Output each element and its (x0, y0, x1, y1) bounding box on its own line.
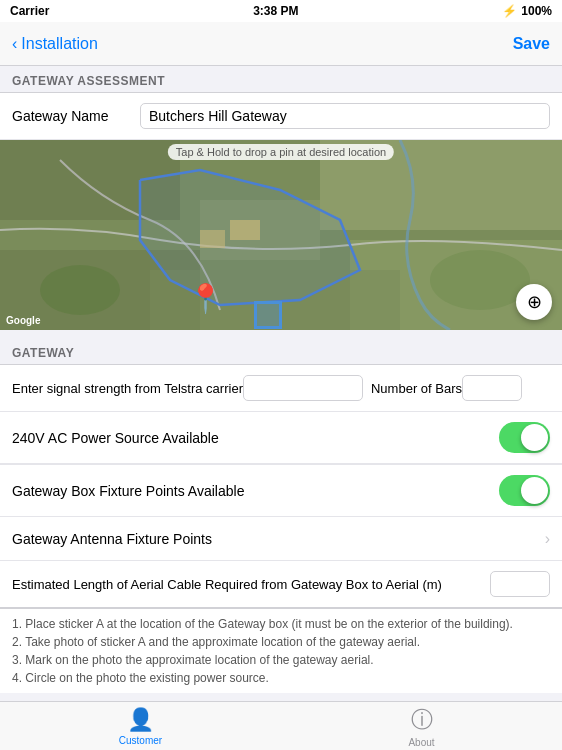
svg-point-10 (430, 250, 530, 310)
gateway-card: Enter signal strength from Telstra carri… (0, 364, 562, 608)
num-bars-label: Number of Bars (371, 381, 462, 396)
battery-icon: ⚡ (502, 4, 517, 18)
cable-length-label: Estimated Length of Aerial Cable Require… (12, 577, 490, 592)
signal-strength-label: Enter signal strength from Telstra carri… (12, 381, 243, 396)
cable-length-input[interactable] (490, 571, 550, 597)
instruction-3: 3. Mark on the photo the approximate loc… (12, 651, 550, 669)
nav-bar: ‹ Installation Save (0, 22, 562, 66)
map-google-logo: Google (6, 315, 40, 326)
status-right: ⚡ 100% (502, 4, 552, 18)
gateway-section-header: GATEWAY (0, 338, 562, 364)
cable-length-row: Estimated Length of Aerial Cable Require… (0, 561, 562, 607)
signal-strength-input[interactable] (243, 375, 363, 401)
antenna-fixture-label: Gateway Antenna Fixture Points (12, 531, 545, 547)
back-chevron-icon: ‹ (12, 35, 17, 53)
gateway-assessment-header: GATEWAY ASSESSMENT (0, 66, 562, 92)
customer-tab-label: Customer (119, 735, 162, 746)
gateway-name-row: Gateway Name (0, 92, 562, 140)
svg-rect-8 (200, 230, 225, 248)
power-source-row: 240V AC Power Source Available (0, 412, 562, 464)
map-overlay-hint: Tap & Hold to drop a pin at desired loca… (168, 144, 394, 160)
map-location-button[interactable]: ⊕ (516, 284, 552, 320)
battery-label: 100% (521, 4, 552, 18)
status-bar: Carrier 3:38 PM ⚡ 100% (0, 0, 562, 22)
box-fixture-toggle[interactable] (499, 475, 550, 506)
instructions-block: 1. Place sticker A at the location of th… (0, 608, 562, 693)
back-button[interactable]: ‹ Installation (12, 35, 98, 53)
carrier-label: Carrier (10, 4, 49, 18)
box-fixture-label: Gateway Box Fixture Points Available (12, 483, 499, 499)
customer-tab-icon: 👤 (127, 707, 154, 733)
instruction-4: 4. Circle on the photo the existing powe… (12, 669, 550, 687)
map-container: 📍 Tap & Hold to drop a pin at desired lo… (0, 140, 562, 330)
signal-strength-row: Enter signal strength from Telstra carri… (0, 365, 562, 412)
map-marker (254, 301, 282, 329)
instruction-2: 2. Take photo of sticker A and the appro… (12, 633, 550, 651)
about-tab-label: About (408, 737, 434, 748)
instruction-1: 1. Place sticker A at the location of th… (12, 615, 550, 633)
antenna-chevron-icon: › (545, 530, 550, 548)
power-source-toggle[interactable] (499, 422, 550, 453)
svg-rect-7 (230, 220, 260, 240)
tab-about[interactable]: ⓘ About (281, 702, 562, 750)
save-button[interactable]: Save (513, 35, 550, 53)
map-pin: 📍 (188, 282, 223, 315)
gateway-name-input[interactable] (140, 103, 550, 129)
box-fixture-row: Gateway Box Fixture Points Available (0, 464, 562, 517)
status-time: 3:38 PM (253, 4, 298, 18)
back-label: Installation (21, 35, 98, 53)
svg-point-9 (40, 265, 120, 315)
tab-bar: 👤 Customer ⓘ About (0, 701, 562, 750)
antenna-fixture-row[interactable]: Gateway Antenna Fixture Points › (0, 517, 562, 561)
num-bars-input[interactable] (462, 375, 522, 401)
power-source-label: 240V AC Power Source Available (12, 430, 499, 446)
about-tab-icon: ⓘ (411, 705, 433, 735)
tab-customer[interactable]: 👤 Customer (0, 702, 281, 750)
gateway-name-label: Gateway Name (12, 108, 132, 124)
